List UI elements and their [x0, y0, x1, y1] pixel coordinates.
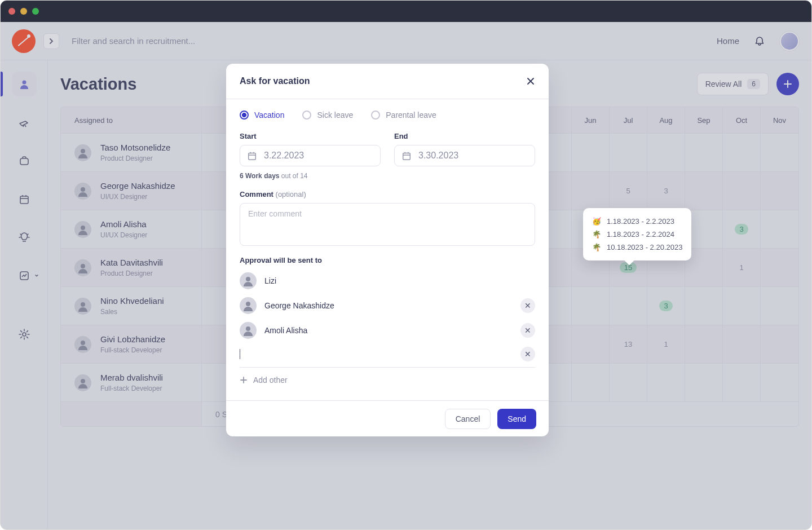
tooltip-line: 🌴10.18.2023 - 2.20.2023 [592, 241, 682, 254]
radio-sick-leave[interactable]: Sick leave [302, 111, 353, 120]
radio-dot-icon [371, 111, 380, 120]
workdays-hint: 6 Work days out of 14 [240, 172, 535, 180]
approver-row: George Nakashidze✕ [240, 297, 535, 314]
tooltip-line: 🥳1.18.2023 - 2.2.2023 [592, 215, 682, 228]
tooltip-range: 10.18.2023 - 2.20.2023 [607, 243, 682, 251]
end-label: End [394, 132, 535, 140]
clear-approver-button[interactable]: ✕ [520, 347, 535, 361]
calendar-icon [247, 151, 257, 161]
add-other-button[interactable]: Add other [240, 376, 535, 385]
tooltip-emoji-icon: 🥳 [592, 217, 601, 226]
plus-icon [240, 376, 248, 384]
radio-parental-leave[interactable]: Parental leave [371, 111, 436, 120]
remove-approver-button[interactable]: ✕ [520, 323, 535, 338]
radio-dot-icon [240, 111, 249, 120]
vacation-tooltip: 🥳1.18.2023 - 2.2.2023🌴1.18.2023 - 2.2.20… [583, 208, 691, 260]
cancel-button[interactable]: Cancel [445, 409, 491, 429]
start-date-input[interactable]: 3.22.2023 [240, 145, 381, 166]
avatar [240, 297, 257, 314]
tooltip-line: 🌴1.18.2023 - 2.2.2024 [592, 228, 682, 241]
approver-row: Lizi [240, 272, 535, 289]
tooltip-emoji-icon: 🌴 [592, 243, 601, 251]
comment-textarea[interactable]: Enter comment [240, 203, 535, 246]
close-icon [526, 77, 535, 86]
approver-name: Lizi [264, 276, 276, 285]
avatar [240, 322, 257, 339]
modal-close-button[interactable] [526, 77, 535, 86]
radio-dot-icon [302, 111, 311, 120]
approval-label: Approval will be sent to [240, 256, 535, 264]
tooltip-emoji-icon: 🌴 [592, 230, 601, 238]
text-cursor [240, 349, 240, 359]
approver-name: George Nakashidze [264, 301, 334, 310]
calendar-icon [401, 151, 412, 161]
send-button[interactable]: Send [497, 409, 536, 429]
tooltip-range: 1.18.2023 - 2.2.2023 [607, 217, 674, 226]
modal-title: Ask for vacation [240, 76, 310, 86]
tooltip-range: 1.18.2023 - 2.2.2024 [607, 230, 674, 238]
comment-label: Comment (optional) [240, 190, 535, 198]
approver-name: Amoli Alisha [264, 326, 307, 335]
approver-row: Amoli Alisha✕ [240, 322, 535, 339]
radio-vacation[interactable]: Vacation [240, 111, 284, 120]
remove-approver-button[interactable]: ✕ [520, 298, 535, 313]
avatar [240, 272, 257, 289]
end-date-input[interactable]: 3.30.2023 [394, 145, 535, 166]
approver-input-row[interactable]: ✕ [240, 347, 535, 368]
vacation-modal: Ask for vacation Vacation Sick leave Par… [226, 64, 549, 436]
start-label: Start [240, 132, 381, 140]
